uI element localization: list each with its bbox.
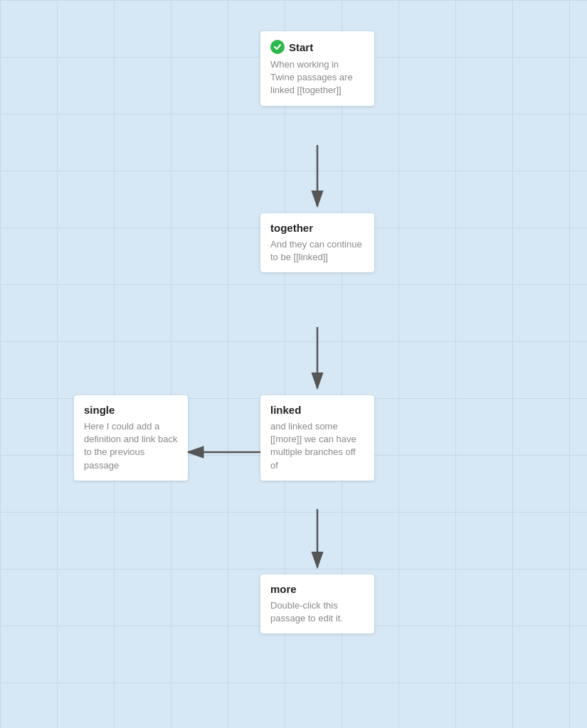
passage-together-title: together [270,222,364,234]
passage-more-title: more [270,583,364,595]
passage-start-title: Start [270,40,364,54]
passage-start-body: When working in Twine passages are linke… [270,58,364,97]
twine-canvas[interactable]: Start When working in Twine passages are… [0,0,587,728]
passage-start[interactable]: Start When working in Twine passages are… [260,31,374,106]
passage-single-title: single [84,404,178,416]
passage-more[interactable]: more Double-click this passage to edit i… [260,574,374,633]
passage-single-body: Here I could add a definition and link b… [84,420,178,472]
passage-together[interactable]: together And they can continue to be [[l… [260,213,374,272]
passage-more-body: Double-click this passage to edit it. [270,599,364,625]
passage-together-body: And they can continue to be [[linked]] [270,238,364,264]
passage-linked[interactable]: linked and linked some [[more]] we can h… [260,395,374,481]
passage-linked-title: linked [270,404,364,416]
passage-single[interactable]: single Here I could add a definition and… [74,395,188,481]
passage-linked-body: and linked some [[more]] we can have mul… [270,420,364,472]
start-icon [270,40,285,54]
